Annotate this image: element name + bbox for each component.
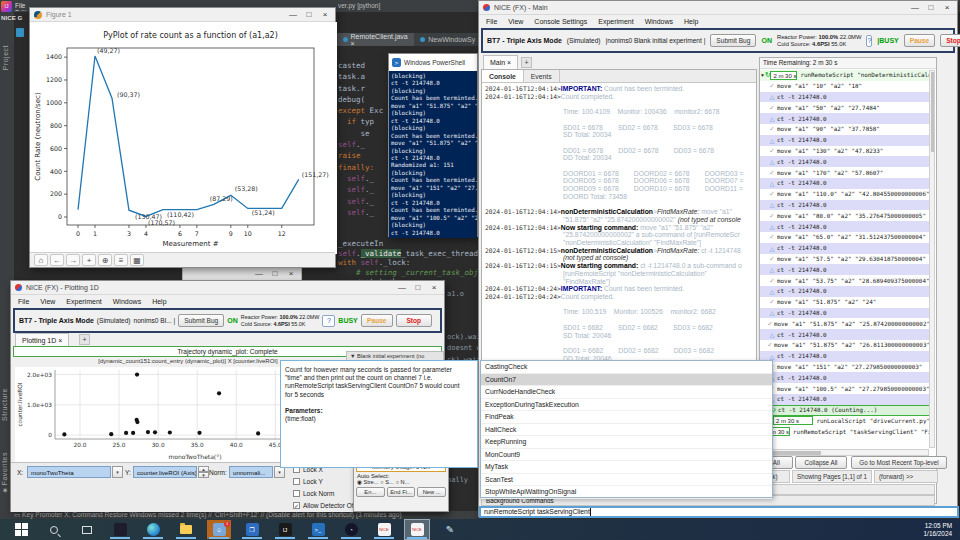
save-icon[interactable]: ▦ [130, 254, 144, 266]
queue-row-ct[interactable]: △ct -t 214748.0 [760, 394, 930, 405]
queue-row-move[interactable]: ✓move "a1" "130" "a2" "47.8233" [760, 146, 930, 157]
console-log[interactable]: 2024-01-16T12:04:14>IMPORTANT: Count has… [482, 83, 756, 362]
close-icon[interactable]: × [283, 267, 299, 281]
file-explorer-icon[interactable] [174, 520, 198, 539]
queue-row-pending[interactable]: ●2 m 30 srunLocalScript "driveCurrent.py… [760, 416, 930, 427]
queue-row-move[interactable]: ✓move "a1" "90" "a2" "37.7858" [760, 124, 930, 135]
powershell-icon[interactable]: >_ [306, 520, 330, 539]
queue-row-move[interactable]: ✓move "a1" "51.875" "a2" "24" [760, 297, 930, 308]
start-icon[interactable] [9, 520, 33, 539]
submit-bug-button[interactable]: Submit Bug [710, 34, 756, 47]
tab-main[interactable]: Main × [483, 55, 518, 69]
autocomplete-item[interactable]: CastingCheck [481, 361, 772, 374]
menu-item-experiment[interactable]: Experiment [66, 298, 101, 305]
sidebar-item-project[interactable]: Project [2, 45, 9, 70]
ide-menu[interactable]: File Edit [15, 2, 29, 11]
queue-row-ct[interactable]: △ct -t 214748.0 [760, 178, 930, 189]
y-axis-select[interactable]: counter.liveROI (Axis) [133, 466, 197, 478]
edge-icon[interactable] [141, 520, 165, 539]
editor-tab[interactable]: RemoteClient.java × [337, 33, 414, 46]
menu-item-windows[interactable]: Windows [113, 298, 141, 305]
checkbox-lock-norm[interactable]: Lock Norm [293, 490, 334, 497]
autocomplete-item[interactable]: MyTask [481, 461, 772, 474]
intellij-icon[interactable]: IJ [273, 520, 297, 539]
stop-button[interactable]: Stop [940, 34, 960, 47]
queue-row-head[interactable]: ▼↻2 m 30 srunRemoteScript "nonDeterminis… [760, 70, 930, 81]
queue-hscrollbar[interactable] [761, 449, 929, 456]
queue-row-ct[interactable]: △ct -t 214748.0 [760, 135, 930, 146]
menu-item-file[interactable]: File [486, 18, 497, 25]
stop-button[interactable]: Stop [396, 314, 432, 327]
minimize-icon[interactable]: — [285, 8, 301, 22]
autocomplete-item[interactable]: CountOn7 [481, 374, 772, 387]
queue-row-ct[interactable]: △ct -t 214748.0 [760, 329, 930, 340]
close-icon[interactable]: × [317, 8, 333, 22]
maximize-icon[interactable]: □ [267, 267, 283, 281]
queue-row-ct[interactable]: △ct -t 214748.0 [760, 243, 930, 254]
add-tab-button[interactable]: + [521, 57, 532, 68]
command-queue-list[interactable]: ▼↻2 m 30 srunRemoteScript "nonDeterminis… [760, 70, 930, 448]
pager-button[interactable]: (forward) >> [874, 470, 938, 483]
configure-icon[interactable]: ≡ [114, 254, 128, 266]
maximize-icon[interactable]: □ [301, 8, 317, 22]
autocomplete-item[interactable]: FindPeak [481, 411, 772, 424]
queue-vscrollbar[interactable] [929, 70, 935, 448]
queue-row-move[interactable]: ✓move "a1" "50" "a2" "27.7484" [760, 102, 930, 113]
queue-row-move[interactable]: ✓move "a1" "110.0" "a2" "42.804550000000… [760, 189, 930, 200]
queue-row-move[interactable]: ✓move "a1" "80.0" "a2" "35.2764750000000… [760, 210, 930, 221]
nice-active-icon[interactable]: NICE [405, 520, 429, 539]
queue-row-ct[interactable]: △ct -t 214748.0 [760, 372, 930, 383]
back-icon[interactable]: ← [50, 254, 64, 266]
queue-row-move[interactable]: ✓move "a1" "170" "a2" "57.8607" [760, 167, 930, 178]
search-icon[interactable] [42, 520, 66, 539]
chevron-down-icon[interactable]: ▾ [112, 466, 123, 478]
autocomplete-item[interactable]: ScanTest [481, 474, 772, 487]
x-axis-select[interactable]: monoTwoTheta [27, 466, 111, 478]
autocomplete-dropdown[interactable]: CastingCheckCountOn7CurrNodeHandleCheckE… [480, 360, 773, 498]
autocomplete-item[interactable]: KeepRunning [481, 436, 772, 449]
button-en[interactable]: En... [356, 487, 385, 497]
queue-row-ct[interactable]: △ct -t 214748.0 [760, 308, 930, 319]
home-icon[interactable]: ⌂ [34, 254, 48, 266]
minimize-icon[interactable]: — [251, 267, 267, 281]
add-tab-button[interactable]: + [79, 334, 90, 345]
queue-row-move[interactable]: ✓move "a1" "151" "a2" "27.27985000000000… [760, 362, 930, 373]
queue-row-ct[interactable]: △ct -t 214748.0 [760, 351, 930, 362]
pause-button[interactable]: Pause [361, 314, 393, 327]
editor-tab[interactable]: NewWindowSy [414, 33, 481, 46]
queue-row-move[interactable]: ✓move "a1" "57.5" "a2" "29.6304187500000… [760, 254, 930, 265]
editor-code-top[interactable]: castedtask.atask.rdebug(except Exc if ty… [338, 60, 390, 218]
nice-icon[interactable]: NICE [372, 520, 396, 539]
queue-row-move[interactable]: ✓move "a1" "10" "a2" "18" [760, 81, 930, 92]
radio-s...[interactable]: ○ S... [380, 479, 393, 485]
help-button[interactable]: ? [866, 35, 872, 47]
pause-button[interactable]: Pause [904, 34, 935, 47]
people-icon[interactable]: ☺1 [207, 520, 231, 539]
queue-row-move[interactable]: ✓move "a1" "51.875" "a2" "25.87420000000… [760, 318, 930, 329]
autocomplete-item[interactable]: HaltCheck [481, 424, 772, 437]
autocomplete-item[interactable]: ExceptionDuringTaskExecution [481, 399, 772, 412]
maximize-icon[interactable]: □ [923, 1, 939, 15]
menu-item-windows[interactable]: Windows [645, 18, 673, 25]
menu-item-view[interactable]: View [40, 298, 55, 305]
queue-row-move[interactable]: ✓move "a1" "100.5" "a2" "27.279850000000… [760, 383, 930, 394]
media-icon[interactable]: ◔ [339, 520, 363, 539]
queue-row-ct[interactable]: △ct -t 214748.0 [760, 264, 930, 275]
task-view-icon[interactable] [75, 520, 99, 539]
forward-icon[interactable]: → [66, 254, 80, 266]
taskbar-clock[interactable]: 12:05 PM 1/16/2024 [924, 522, 952, 538]
photos-icon[interactable] [108, 520, 132, 539]
queue-row-ct[interactable]: △ct -t 214748.0 [760, 221, 930, 232]
help-button[interactable]: ? [322, 315, 335, 327]
queue-row-move[interactable]: ✓move "a1" "53.75" "a2" "28.689409375000… [760, 275, 930, 286]
tab-events[interactable]: Events [524, 70, 560, 82]
sidebar-item-favorites[interactable]: ★Favorites [1, 452, 9, 494]
queue-row-move[interactable]: ✓move "a1" "51.875" "a2" "26.81130000000… [760, 340, 930, 351]
menu-item-help[interactable]: Help [152, 298, 166, 305]
radio-n...[interactable]: ○ N... [396, 479, 410, 485]
queue-row-counting[interactable]: ↻ct -t 214748.0 (Counting...) [760, 405, 930, 416]
maximize-icon[interactable]: □ [410, 281, 426, 295]
queue-row-ct[interactable]: △ct -t 214748.0 [760, 156, 930, 167]
pan-icon[interactable]: + [82, 254, 96, 266]
submit-bug-button[interactable]: Submit Bug [178, 314, 224, 327]
